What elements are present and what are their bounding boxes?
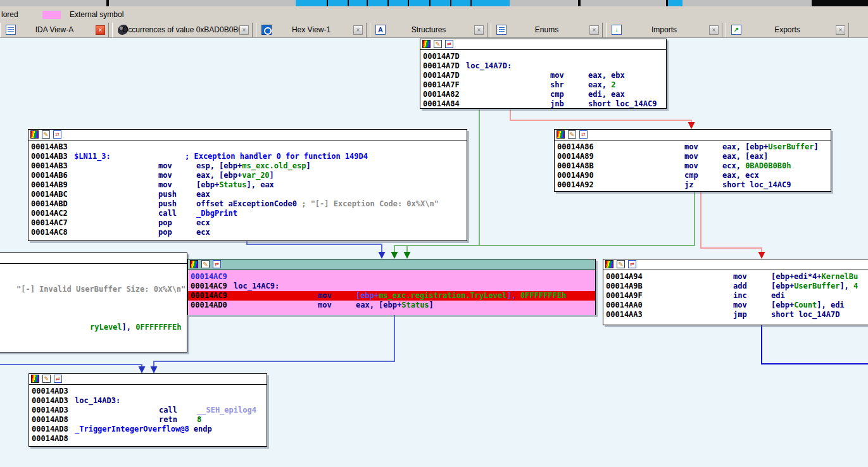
node-loc_14A7D[interactable]: ✎⇄00014A7D00014A7Dloc_14A7D:00014A7Dmove… <box>420 39 667 109</box>
node-group-icon[interactable]: ⇄ <box>53 130 61 139</box>
disasm-line[interactable]: 00014A9Badd[ebp+UserBuffer], 4 <box>603 282 868 291</box>
close-tab-button[interactable]: × <box>709 25 719 35</box>
disasm-line[interactable] <box>0 342 187 351</box>
disasm-line[interactable]: 00014A92jzshort loc_14AC9 <box>555 180 831 190</box>
disasm-line[interactable] <box>0 304 187 313</box>
node-color-palette-icon[interactable] <box>422 40 431 48</box>
node-edit-comment-icon[interactable]: ✎ <box>434 40 442 48</box>
disasm-line[interactable]: 00014AC9loc_14AC9: <box>188 282 595 291</box>
tab-exports[interactable]: ↗Exports× <box>726 23 849 37</box>
disasm-line[interactable]: 00014ABCpusheax <box>28 190 467 199</box>
node-title-bar[interactable]: ✎⇄ <box>29 374 267 385</box>
disasm-line[interactable] <box>0 275 187 285</box>
disasm-line[interactable]: 00014AC7popecx <box>28 218 467 228</box>
disasm-line[interactable]: 00014AB6moveax, [ebp+var_20] <box>28 171 467 180</box>
node-title-bar[interactable]: ✎⇄ <box>420 39 666 50</box>
disasm-line[interactable]: 00014AA3jmpshort loc_14A7D <box>603 310 868 320</box>
disasm-line[interactable]: 00014AD3 <box>29 387 267 396</box>
node-title-bar[interactable]: ✎⇄ <box>28 130 467 140</box>
node-loc_14AD3-epilog[interactable]: ✎⇄00014AD300014AD3loc_14AD3:00014AD3call… <box>28 373 267 447</box>
disasm-line[interactable]: 00014AD8 <box>29 434 267 444</box>
node-color-palette-icon[interactable] <box>31 375 39 383</box>
disasm-line[interactable]: 00014AB9mov[ebp+Status], eax <box>28 180 467 190</box>
tab-ida-view-a[interactable]: IDA View-A× <box>0 23 109 37</box>
node-edit-comment-icon[interactable]: ✎ <box>201 260 210 268</box>
node-edit-comment-icon[interactable]: ✎ <box>568 130 576 139</box>
disasm-text: [ebp+ <box>196 180 219 189</box>
node-edit-comment-icon[interactable]: ✎ <box>42 130 50 139</box>
node-title-bar[interactable]: ✎⇄ <box>555 130 831 140</box>
disasm-line[interactable]: 00014A7D <box>420 52 666 61</box>
disasm-line[interactable]: 00014ABDpushoffset aExceptionCode0 ; "[-… <box>28 199 467 209</box>
disasm-line[interactable]: 00014AC8popecx <box>28 228 467 237</box>
disasm-cell: mov <box>684 161 698 170</box>
close-tab-button[interactable]: × <box>239 25 249 35</box>
node-copy-loop-body[interactable]: ✎⇄00014A94mov[ebp+edi*4+KernelBu00014A9B… <box>603 259 868 325</box>
disasm-line[interactable] <box>0 294 187 304</box>
disasm-line[interactable] <box>0 313 187 323</box>
disasm-line[interactable]: 00014AB3movesp, [ebp+ms_exc.old_esp] <box>28 161 467 171</box>
node-edit-comment-icon[interactable]: ✎ <box>617 260 625 268</box>
node-invalid-userbuffer[interactable]: "[-] Invalid UserBuffer Size: 0x%X\n"ryL… <box>0 252 187 352</box>
disasm-line[interactable]: 00014AA0mov[ebp+Count], edi <box>603 301 868 310</box>
tab-hex-view-1[interactable]: Hex View-1× <box>256 23 367 37</box>
node-group-icon[interactable]: ⇄ <box>628 260 636 268</box>
disasm-line[interactable]: 00014A84jnbshort loc_14AC9 <box>420 99 666 109</box>
tab-label: Hex View-1 <box>256 25 366 34</box>
disasm-line[interactable]: 00014A94mov[ebp+edi*4+KernelBu <box>603 272 868 282</box>
node-group-icon[interactable]: ⇄ <box>213 260 221 268</box>
disasm-line[interactable] <box>0 332 187 342</box>
tab-imports[interactable]: ↓Imports× <box>606 23 722 37</box>
graph-view-canvas[interactable]: ✎⇄00014A7D00014A7Dloc_14A7D:00014A7Dmove… <box>0 38 868 467</box>
node-loc_14AC9-current[interactable]: ✎⇄00014AC900014AC9loc_14AC9:00014AC9mov[… <box>187 259 596 315</box>
tab-enums[interactable]: Enums× <box>491 23 603 37</box>
node-edit-comment-icon[interactable]: ✎ <box>42 375 51 383</box>
disasm-line[interactable]: 00014AD0moveax, [ebp+Status] <box>188 301 595 310</box>
disasm-line[interactable]: 00014A82cmpedi, eax <box>420 90 666 99</box>
disasm-line[interactable]: 00014AC9mov[ebp+ms_exc.registration.TryL… <box>188 291 595 301</box>
disasm-cell: mov <box>158 180 172 189</box>
node-check-userbuffer[interactable]: ✎⇄00014A86moveax, [ebp+UserBuffer]00014A… <box>554 129 831 192</box>
close-tab-button[interactable]: × <box>836 25 845 35</box>
disasm-line[interactable]: 00014A90cmpeax, ecx <box>555 171 831 180</box>
disasm-text: 00014AD8 <box>32 415 68 424</box>
disasm-line[interactable]: 00014AC2call_DbgPrint <box>28 209 467 218</box>
disasm-line[interactable]: "[-] Invalid UserBuffer Size: 0x%X\n" <box>0 285 187 294</box>
node-color-palette-icon[interactable] <box>30 130 39 139</box>
disasm-line[interactable]: 00014AB3$LN11_3:; Exception handler 0 fo… <box>28 152 467 161</box>
disasm-text: short loc_14A7D <box>771 310 840 319</box>
disasm-cell: eax, 2 <box>588 80 615 89</box>
node-exception-handler[interactable]: ✎⇄00014AB300014AB3$LN11_3:; Exception ha… <box>28 129 467 241</box>
node-title-bar[interactable] <box>0 253 187 264</box>
close-tab-button[interactable]: × <box>353 25 363 35</box>
tab-occurrences-of-value-0xbad0b0b0[interactable]: Occurrences of value 0xBAD0B0B0× <box>112 23 253 37</box>
disasm-line[interactable]: 00014A8Bmovecx, 0BAD0B0B0h <box>555 161 831 171</box>
disasm-line[interactable]: 00014A7Fshreax, 2 <box>420 80 666 90</box>
disasm-line[interactable]: 00014AD3call__SEH_epilog4 <box>29 406 267 415</box>
node-color-palette-icon[interactable] <box>605 260 613 268</box>
close-tab-button[interactable]: × <box>474 25 484 35</box>
tab-structures[interactable]: AStructures× <box>370 23 487 37</box>
disasm-line[interactable]: 00014A7Dloc_14A7D: <box>420 61 666 71</box>
close-tab-button[interactable]: × <box>589 25 599 35</box>
disasm-line[interactable]: 00014A86moveax, [ebp+UserBuffer] <box>555 142 831 152</box>
node-group-icon[interactable]: ⇄ <box>579 130 588 139</box>
close-tab-button[interactable]: × <box>96 25 105 35</box>
node-color-palette-icon[interactable] <box>557 130 565 139</box>
disasm-line[interactable]: 00014AD8_TriggerIntegerOverflow@8 endp <box>29 425 267 434</box>
disasm-line[interactable]: 00014AD3loc_14AD3: <box>29 396 267 406</box>
disasm-line[interactable]: 00014AD8retn8 <box>29 415 267 425</box>
disasm-line[interactable]: 00014A7Dmoveax, ebx <box>420 71 666 80</box>
node-group-icon[interactable]: ⇄ <box>54 375 62 383</box>
disasm-line[interactable]: 00014AB3 <box>28 142 467 152</box>
node-color-palette-icon[interactable] <box>190 260 198 268</box>
node-title-bar[interactable]: ✎⇄ <box>188 259 595 270</box>
disasm-line[interactable]: 00014A89moveax, [eax] <box>555 152 831 161</box>
node-group-icon[interactable]: ⇄ <box>445 40 453 48</box>
disasm-line[interactable]: ryLevel], 0FFFFFFFEh <box>0 323 187 332</box>
node-title-bar[interactable]: ✎⇄ <box>603 259 868 270</box>
disasm-line[interactable]: 00014AC9 <box>188 272 595 282</box>
disasm-line[interactable] <box>0 266 187 275</box>
navigator-band[interactable] <box>0 0 868 6</box>
disasm-line[interactable]: 00014A9Fincedi <box>603 291 868 301</box>
